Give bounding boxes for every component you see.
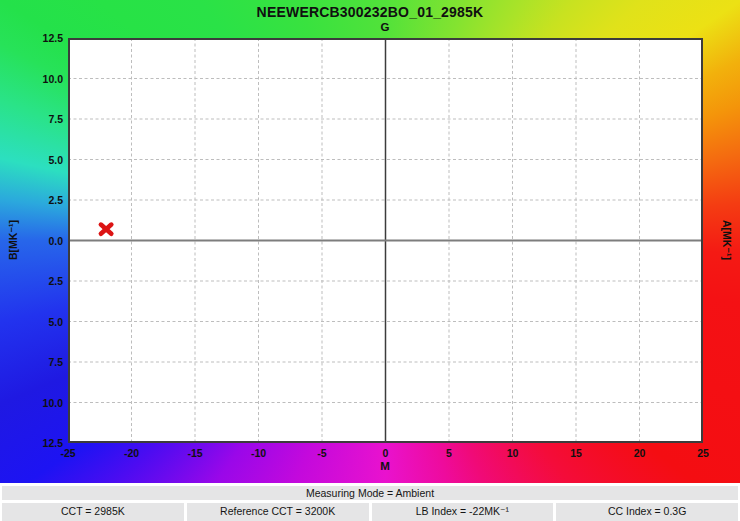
stat-box-1: Reference CCT = 3200K	[187, 503, 369, 521]
measurement-marker	[101, 225, 111, 234]
x-tick-label: -20	[110, 447, 154, 459]
y-tick-label: 10.0	[0, 398, 63, 408]
y-tick-label: 10.0	[0, 74, 63, 84]
y-tick-label: 5.0	[0, 317, 63, 327]
axis-label-green: G	[365, 21, 405, 33]
y-tick-label: 12.5	[0, 33, 63, 43]
chart-grid-svg	[68, 38, 703, 443]
axis-label-amber: A[MK⁻¹]	[721, 220, 733, 260]
stats-row: CCT = 2985KReference CCT = 3200KLB Index…	[2, 503, 738, 521]
lb-cc-plot-area	[68, 38, 703, 443]
y-tick-label: 2.5	[0, 195, 63, 205]
y-tick-label: 7.5	[0, 357, 63, 367]
x-tick-label: 10	[491, 447, 535, 459]
x-tick-label: -15	[173, 447, 217, 459]
stat-box-2: LB Index = -22MK⁻¹	[372, 503, 554, 521]
measuring-mode-bar: Measuring Mode = Ambient	[2, 486, 738, 500]
stat-box-3: CC Index = 0.3G	[556, 503, 738, 521]
x-tick-label: 15	[554, 447, 598, 459]
page-title: NEEWERCB300232BO_01_2985K	[0, 4, 740, 20]
measurement-footer: Measuring Mode = Ambient CCT = 2985KRefe…	[0, 483, 740, 521]
y-tick-label: 0.0	[0, 236, 63, 246]
stat-box-0: CCT = 2985K	[2, 503, 184, 521]
x-tick-label: 0	[364, 447, 408, 459]
x-tick-label: 5	[427, 447, 471, 459]
x-tick-label: 25	[681, 447, 725, 459]
y-tick-label: 2.5	[0, 276, 63, 286]
y-tick-label: 7.5	[0, 114, 63, 124]
axis-label-magenta: M	[365, 460, 405, 472]
x-tick-label: -25	[46, 447, 90, 459]
colorimeter-report-screen: NEEWERCB300232BO_01_2985K G M B[MK⁻¹] A[…	[0, 0, 740, 521]
x-tick-label: -5	[300, 447, 344, 459]
y-tick-label: 5.0	[0, 155, 63, 165]
x-tick-label: -10	[237, 447, 281, 459]
x-tick-label: 20	[618, 447, 662, 459]
